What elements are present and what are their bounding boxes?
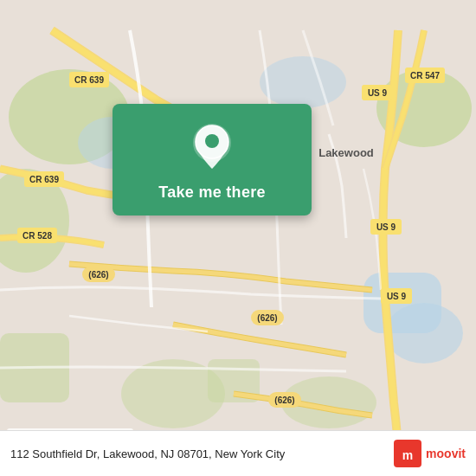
take-me-there-button[interactable]: Take me there	[158, 183, 266, 202]
address-text: 112 Southfield Dr, Lakewood, NJ 08701, N…	[10, 447, 285, 460]
moovit-logo: m moovit	[394, 440, 466, 467]
svg-text:(626): (626)	[88, 270, 108, 280]
svg-text:CR 639: CR 639	[74, 75, 104, 85]
svg-text:(626): (626)	[274, 396, 294, 405]
svg-text:CR 547: CR 547	[410, 71, 440, 80]
svg-text:Lakewood: Lakewood	[318, 146, 374, 159]
svg-text:m: m	[402, 448, 413, 462]
pin-icon	[190, 121, 234, 173]
svg-text:CR 639: CR 639	[29, 175, 59, 184]
svg-text:(626): (626)	[257, 313, 277, 323]
svg-text:CR 528: CR 528	[23, 231, 52, 241]
moovit-logo-icon: m	[394, 440, 421, 467]
svg-text:US 9: US 9	[376, 222, 396, 232]
svg-point-5	[385, 303, 463, 363]
map-container: CR 639 CR 639 CR 528 CR 547 US 9 US 9 US…	[0, 0, 476, 476]
map-svg: CR 639 CR 639 CR 528 CR 547 US 9 US 9 US…	[0, 0, 476, 476]
svg-point-35	[205, 134, 219, 148]
svg-text:US 9: US 9	[387, 292, 407, 301]
svg-text:US 9: US 9	[368, 88, 388, 98]
moovit-text: moovit	[426, 447, 466, 460]
svg-point-9	[260, 56, 346, 108]
location-card: Take me there	[113, 104, 312, 215]
bottom-bar: 112 Southfield Dr, Lakewood, NJ 08701, N…	[0, 430, 476, 476]
